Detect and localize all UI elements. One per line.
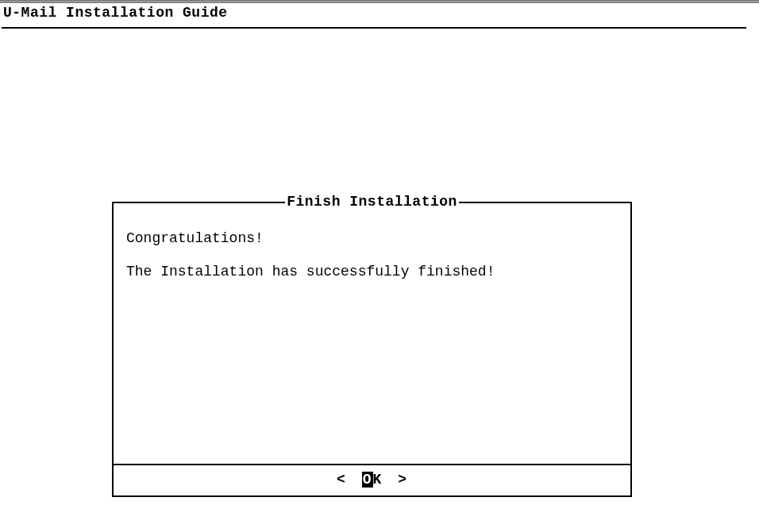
finish-installation-dialog: Finish Installation Congratulations! The…	[112, 202, 632, 497]
ok-rest-letter: K	[373, 472, 383, 488]
dialog-body: Congratulations! The Installation has su…	[114, 203, 630, 282]
bracket-left: <	[330, 472, 353, 488]
header-underline	[2, 27, 746, 29]
bracket-right: >	[391, 472, 414, 488]
ok-highlight-letter: O	[362, 472, 373, 488]
page-title: U-Mail Installation Guide	[3, 5, 756, 21]
dialog-footer: < OK >	[114, 464, 630, 495]
dialog-message-line1: Congratulations!	[126, 229, 618, 248]
dialog-message-line2: The Installation has successfully finish…	[126, 262, 618, 281]
ok-button[interactable]: < OK >	[330, 472, 414, 488]
page-header: U-Mail Installation Guide	[0, 3, 759, 25]
